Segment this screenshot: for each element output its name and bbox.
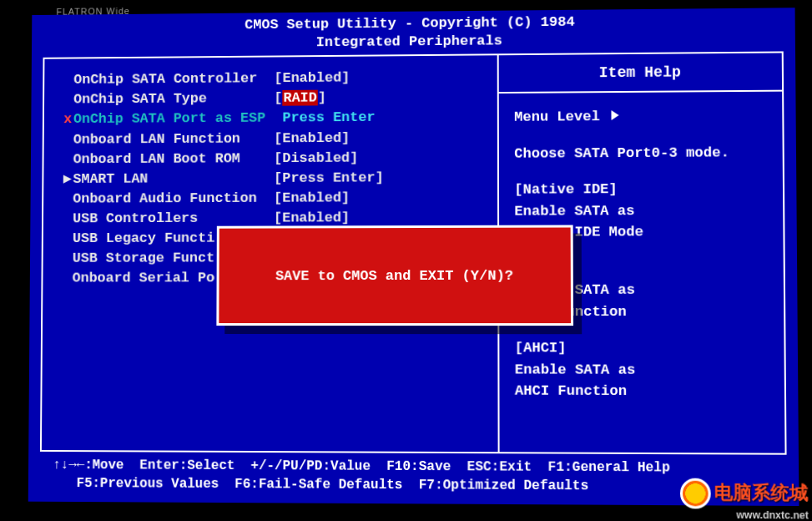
setting-value: [Enabled] — [274, 188, 491, 209]
setting-label: OnChip SATA Type — [73, 89, 274, 109]
menu-level: Menu Level — [514, 105, 767, 128]
bios-screen: CMOS Setup Utility - Copyright (C) 1984 … — [28, 8, 799, 506]
row-marker — [61, 269, 73, 289]
row-marker — [63, 70, 74, 90]
setting-value: [Enabled] — [274, 127, 491, 148]
row-marker — [61, 229, 73, 249]
watermark-url: www.dnxtc.net — [736, 509, 809, 521]
row-marker-disabled-icon: x — [62, 110, 73, 130]
setting-value: [Press Enter] — [274, 168, 491, 189]
option-line: AHCI Function — [515, 381, 769, 403]
row-marker — [61, 249, 73, 269]
selected-value-highlight: RAID — [282, 90, 317, 106]
setting-onboard-audio-function[interactable]: Onboard Audio Function [Enabled] — [62, 188, 492, 210]
watermark-logo: 电脑系统城 — [680, 478, 809, 510]
submenu-arrow-icon: ▶ — [62, 169, 73, 190]
bios-header: CMOS Setup Utility - Copyright (C) 1984 … — [32, 8, 795, 56]
menu-level-arrow-icon — [600, 109, 619, 124]
option-line: Enable SATA as — [515, 359, 769, 381]
save-exit-dialog[interactable]: SAVE to CMOS and EXIT (Y/N)? — [216, 225, 573, 326]
setting-smart-lan[interactable]: ▶ SMART LAN [Press Enter] — [62, 168, 492, 190]
setting-label: Onboard LAN Function — [73, 129, 275, 149]
option-header: [AHCI] — [515, 337, 769, 359]
option-line: Enable SATA as — [514, 200, 768, 222]
setting-onchip-sata-type[interactable]: OnChip SATA Type [RAID] — [62, 87, 491, 109]
setting-onboard-lan-boot-rom[interactable]: Onboard LAN Boot ROM [Disabled] — [62, 148, 491, 170]
footer-line2: F5:Previous Values F6:Fail-Safe Defaults… — [53, 475, 787, 497]
setting-value: [RAID] — [274, 87, 491, 109]
setting-label: Onboard LAN Boot ROM — [73, 149, 275, 169]
setting-label: Onboard Audio Function — [73, 189, 274, 210]
setting-value: [Enabled] — [274, 67, 491, 89]
option-header: [Native IDE] — [514, 179, 767, 201]
watermark-icon — [680, 478, 711, 509]
setting-onchip-sata-port-esp[interactable]: x OnChip SATA Port as ESP Press Enter — [62, 107, 491, 129]
setting-label: SMART LAN — [73, 169, 274, 190]
help-description: Choose SATA Port0-3 mode. — [514, 142, 767, 164]
setting-label: OnChip SATA Port as ESP — [73, 109, 275, 129]
row-marker — [62, 90, 73, 110]
help-option-ahci: [AHCI] Enable SATA as AHCI Function — [515, 337, 769, 402]
row-marker — [62, 149, 73, 169]
row-marker — [62, 129, 73, 149]
setting-value: Press Enter — [274, 107, 491, 129]
row-marker — [62, 190, 73, 210]
help-title: Item Help — [499, 53, 782, 94]
dialog-text: SAVE to CMOS and EXIT (Y/N)? — [275, 267, 513, 283]
setting-onboard-lan-function[interactable]: Onboard LAN Function [Enabled] — [62, 127, 491, 149]
setting-label: OnChip SATA Controller — [73, 69, 274, 91]
row-marker — [61, 210, 73, 230]
setting-value: [Disabled] — [274, 148, 491, 169]
